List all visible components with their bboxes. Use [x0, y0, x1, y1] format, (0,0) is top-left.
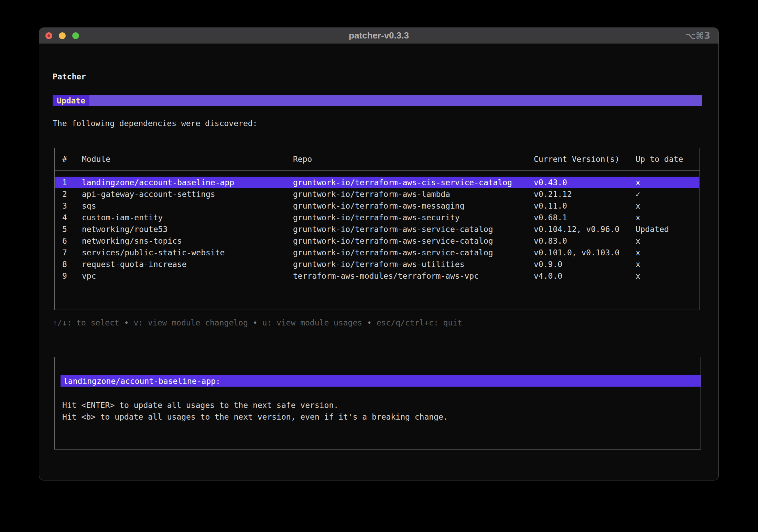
help-changelog: v: view module changelog: [133, 318, 248, 327]
row-status: x: [636, 247, 699, 258]
terminal-window: patcher-v0.3.3 ⌥⌘3 Patcher Update The fo…: [39, 27, 719, 480]
selected-module-bar: landingzone/account-baseline-app:: [61, 375, 701, 387]
row-repo: gruntwork-io/terraform-aws-cis-service-c…: [293, 177, 534, 188]
row-module: sqs: [82, 200, 293, 212]
window-title: patcher-v0.3.3: [349, 30, 409, 41]
row-repo: gruntwork-io/terraform-aws-messaging: [293, 200, 534, 212]
row-module: custom-iam-entity: [82, 212, 293, 223]
row-module: api-gateway-account-settings: [82, 188, 293, 200]
row-module: networking/sns-topics: [82, 235, 293, 247]
row-module: request-quota-increase: [82, 258, 293, 270]
row-versions: v0.101.0, v0.103.0: [534, 247, 636, 258]
terminal-content: Patcher Update The following dependencie…: [39, 72, 718, 450]
dependency-table: # Module Repo Current Version(s) Up to d…: [54, 148, 700, 310]
row-module: networking/route53: [82, 223, 293, 235]
row-versions: v4.0.0: [534, 270, 636, 282]
row-repo: gruntwork-io/terraform-aws-service-catal…: [293, 223, 534, 235]
row-repo: gruntwork-io/terraform-aws-service-catal…: [293, 247, 534, 258]
table-row[interactable]: 6 networking/sns-topics gruntwork-io/ter…: [55, 235, 699, 247]
table-row[interactable]: 4 custom-iam-entity gruntwork-io/terrafo…: [55, 212, 699, 223]
row-repo: gruntwork-io/terraform-aws-utilities: [293, 258, 534, 270]
table-row[interactable]: 3 sqs gruntwork-io/terraform-aws-messagi…: [55, 200, 699, 212]
bullet-separator: •: [253, 318, 258, 327]
row-repo: gruntwork-io/terraform-aws-lambda: [293, 188, 534, 200]
row-number: 7: [62, 247, 82, 258]
bullet-separator: •: [124, 318, 129, 327]
bullet-separator: •: [367, 318, 372, 327]
help-quit: esc/q/ctrl+c: quit: [377, 318, 462, 327]
detail-panel: landingzone/account-baseline-app: Hit <E…: [54, 357, 701, 450]
row-module: vpc: [82, 270, 293, 282]
row-number: 5: [62, 223, 82, 235]
table-row[interactable]: 1 landingzone/account-baseline-app grunt…: [55, 177, 699, 188]
row-number: 3: [62, 200, 82, 212]
row-status: x: [636, 212, 699, 223]
help-usages: u: view module usages: [262, 318, 362, 327]
column-header-module: Module: [82, 154, 293, 164]
window-shortcut-badge: ⌥⌘3: [685, 28, 710, 44]
row-status: ✓: [636, 188, 699, 200]
column-header-repo: Repo: [293, 154, 534, 164]
table-rows: 1 landingzone/account-baseline-app grunt…: [55, 177, 700, 282]
table-row[interactable]: 8 request-quota-increase gruntwork-io/te…: [55, 258, 699, 270]
column-header-uptodate: Up to date: [636, 154, 699, 164]
close-button[interactable]: [45, 32, 52, 39]
detail-hints: Hit <ENTER> to update all usages to the …: [55, 399, 701, 423]
window-controls: [45, 28, 79, 44]
table-row[interactable]: 2 api-gateway-account-settings gruntwork…: [55, 188, 699, 200]
row-versions: v0.83.0: [534, 235, 636, 247]
row-number: 9: [62, 270, 82, 282]
row-number: 4: [62, 212, 82, 223]
app-heading: Patcher: [53, 72, 718, 81]
hint-enter: Hit <ENTER> to update all usages to the …: [62, 399, 701, 411]
column-header-versions: Current Version(s): [534, 154, 636, 164]
row-versions: v0.104.12, v0.96.0: [534, 223, 636, 235]
row-versions: v0.9.0: [534, 258, 636, 270]
row-repo: gruntwork-io/terraform-aws-security: [293, 212, 534, 223]
window-titlebar[interactable]: patcher-v0.3.3 ⌥⌘3: [39, 28, 718, 44]
row-module: landingzone/account-baseline-app: [82, 177, 293, 188]
row-number: 8: [62, 258, 82, 270]
help-line: ↑/↓: to select • v: view module changelo…: [53, 318, 718, 328]
hint-breaking: Hit <b> to update all usages to the next…: [62, 411, 701, 423]
tab-bar: Update: [53, 95, 702, 106]
table-row[interactable]: 5 networking/route53 gruntwork-io/terraf…: [55, 223, 699, 235]
tab-update[interactable]: Update: [53, 95, 89, 106]
row-versions: v0.21.12: [534, 188, 636, 200]
row-number: 2: [62, 188, 82, 200]
row-status: x: [636, 235, 699, 247]
intro-text: The following dependencies were discover…: [53, 119, 718, 128]
help-select: ↑/↓: to select: [53, 318, 119, 327]
row-status: x: [636, 270, 699, 282]
minimize-button[interactable]: [59, 32, 66, 39]
row-status: x: [636, 200, 699, 212]
desktop: { "window": { "title": "patcher-v0.3.3",…: [0, 0, 758, 532]
row-number: 6: [62, 235, 82, 247]
table-header: # Module Repo Current Version(s) Up to d…: [55, 148, 700, 171]
row-status: Updated: [636, 223, 699, 235]
row-versions: v0.11.0: [534, 200, 636, 212]
zoom-button[interactable]: [72, 32, 79, 39]
row-status: x: [636, 177, 699, 188]
row-versions: v0.68.1: [534, 212, 636, 223]
row-versions: v0.43.0: [534, 177, 636, 188]
row-status: x: [636, 258, 699, 270]
table-row[interactable]: 9 vpc terraform-aws-modules/terraform-aw…: [55, 270, 699, 282]
column-header-num: #: [62, 154, 82, 164]
table-row[interactable]: 7 services/public-static-website gruntwo…: [55, 247, 699, 258]
row-repo: gruntwork-io/terraform-aws-service-catal…: [293, 235, 534, 247]
row-module: services/public-static-website: [82, 247, 293, 258]
row-number: 1: [62, 177, 82, 188]
row-repo: terraform-aws-modules/terraform-aws-vpc: [293, 270, 534, 282]
